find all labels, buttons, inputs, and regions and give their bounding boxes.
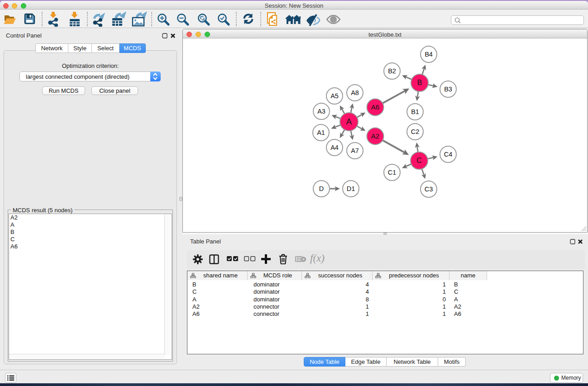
svg-text:B2: B2 [388,67,396,75]
svg-text:A1: A1 [317,129,325,136]
svg-text:C2: C2 [411,128,420,135]
svg-text:B1: B1 [411,108,419,115]
svg-text:C3: C3 [425,186,433,193]
svg-text:A4: A4 [330,144,339,151]
svg-text:D1: D1 [347,185,355,192]
svg-text:B: B [417,79,422,86]
svg-text:C1: C1 [388,169,397,176]
svg-text:B3: B3 [444,86,452,93]
svg-text:A5: A5 [330,92,339,100]
svg-text:A7: A7 [351,147,359,154]
svg-text:C4: C4 [444,151,453,158]
svg-text:A8: A8 [351,89,359,96]
svg-text:C: C [416,157,422,164]
svg-text:A2: A2 [371,132,379,140]
svg-text:D: D [319,185,324,192]
svg-text:A6: A6 [371,103,379,111]
svg-text:B4: B4 [425,51,433,58]
svg-text:A3: A3 [317,108,325,115]
svg-text:A: A [346,117,352,126]
